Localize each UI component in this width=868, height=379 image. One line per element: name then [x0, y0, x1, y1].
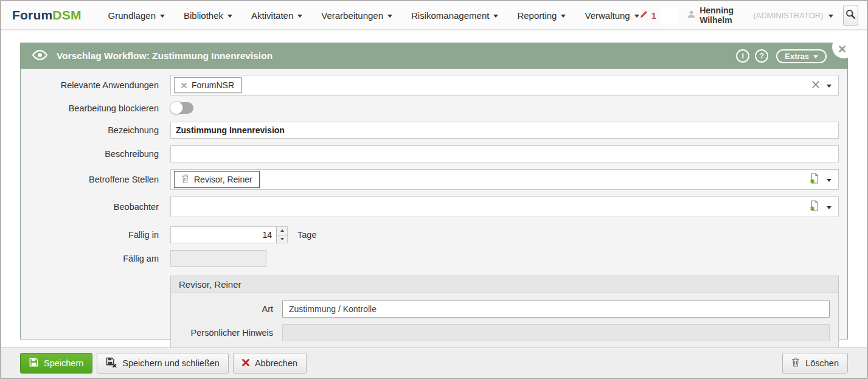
chevron-down-icon[interactable] [827, 179, 832, 182]
bezeichnung-field [170, 122, 839, 139]
field-label: Fällig am [21, 254, 170, 263]
nav-item-bibliothek[interactable]: Bibliothek [184, 10, 232, 21]
bearbeitung-blockieren-toggle[interactable] [170, 102, 193, 114]
nav-item-risikomanagement[interactable]: Risikomanagement [411, 10, 498, 21]
nav-item-label: Grundlagen [108, 10, 156, 21]
user-icon [687, 10, 695, 21]
beobachter-multiselect[interactable] [170, 196, 839, 217]
nav-item-aktivitaeten[interactable]: Aktivitäten [251, 10, 302, 21]
logo-forum: Forum [12, 8, 52, 22]
user-role: (ADMINISTRATOR) [753, 11, 823, 20]
field-label: Bearbeitung blockieren [21, 103, 170, 113]
nav-item-label: Verwaltung [585, 10, 630, 21]
edit-count-badge[interactable]: 1 [651, 10, 656, 21]
field-label: Bezeichnung [21, 125, 170, 135]
faellig-in-input[interactable] [170, 226, 288, 243]
toggle-field [170, 102, 193, 114]
eye-icon [32, 50, 48, 63]
save-close-icon [106, 357, 117, 369]
faellig-in-field [170, 226, 288, 243]
number-spinner [276, 227, 287, 243]
relevante-anwendungen-multiselect[interactable]: ForumNSR [170, 75, 839, 96]
cancel-button[interactable]: Abbrechen [233, 353, 307, 374]
field-label: Beobachter [21, 202, 170, 212]
panel-header: Vorschlag Workflow: Zustimmung Innenrevi… [21, 43, 847, 69]
save-button[interactable]: Speichern [20, 353, 92, 374]
row-faellig-in: Fällig in Tage [21, 226, 839, 243]
workflow-panel: Vorschlag Workflow: Zustimmung Innenrevi… [20, 43, 848, 339]
section-title: Revisor, Reiner [171, 276, 838, 293]
tag-remove-icon[interactable] [181, 80, 187, 90]
page-title: Vorschlag Workflow: Zustimmung Innenrevi… [57, 50, 273, 61]
help-button[interactable]: ? [755, 49, 768, 63]
field-label: Fällig in [21, 230, 170, 240]
bezeichnung-input[interactable] [170, 122, 839, 139]
close-button[interactable] [832, 35, 855, 58]
spinner-up-button[interactable] [277, 227, 287, 235]
faellig-am-input [170, 250, 266, 267]
pencil-icon[interactable] [639, 10, 648, 21]
chevron-down-icon [813, 55, 818, 58]
toggle-knob [170, 101, 183, 114]
extras-button[interactable]: Extras [776, 49, 827, 63]
delete-button[interactable]: Löschen [782, 353, 848, 374]
add-item-icon[interactable] [810, 200, 819, 214]
primary-actions: Speichern Speichern und schließen Abbrec… [20, 353, 307, 374]
tag-label: Revisor, Reiner [194, 175, 252, 184]
row-art: Art Zustimmung / Kontrolle [171, 301, 830, 318]
cancel-x-icon [242, 358, 249, 368]
beschreibung-field [170, 145, 839, 162]
user-name[interactable]: Henning Wilhelm [700, 5, 750, 25]
info-button[interactable]: i [736, 49, 749, 63]
revisor-section: Revisor, Reiner Art Zustimmung / Kontrol… [170, 276, 839, 347]
trash-icon[interactable] [181, 174, 189, 185]
save-close-button[interactable]: Speichern und schließen [97, 353, 229, 374]
clear-selection-icon[interactable] [812, 80, 819, 91]
search-button[interactable] [843, 5, 859, 26]
spinner-down-button[interactable] [277, 235, 287, 243]
nav-item-grundlagen[interactable]: Grundlagen [108, 10, 165, 21]
nav-item-label: Verarbeitungen [321, 10, 383, 21]
select-controls [810, 170, 832, 189]
action-bar: Speichern Speichern und schließen Abbrec… [1, 347, 867, 378]
field-label: Betroffene Stellen [21, 175, 170, 184]
chevron-down-icon [227, 15, 232, 18]
workflow-form: Relevante Anwendungen ForumNSR [21, 69, 847, 347]
arrow-down-icon [280, 238, 284, 240]
chevron-down-icon [387, 15, 392, 18]
field-label: Relevante Anwendungen [21, 80, 170, 90]
extras-label: Extras [785, 52, 809, 61]
nav-item-label: Reporting [517, 10, 557, 21]
nav-item-verarbeitungen[interactable]: Verarbeitungen [321, 10, 392, 21]
search-icon [845, 9, 856, 21]
chevron-down-icon [634, 15, 639, 18]
add-item-icon[interactable] [810, 173, 819, 186]
main-content: Vorschlag Workflow: Zustimmung Innenrevi… [1, 30, 867, 347]
trash-icon [791, 357, 800, 369]
row-persoenlicher-hinweis: Persönlicher Hinweis [171, 324, 830, 341]
chevron-down-icon[interactable] [827, 206, 832, 209]
edit-count-box[interactable] [661, 7, 679, 24]
row-relevante-anwendungen: Relevante Anwendungen ForumNSR [21, 75, 839, 96]
panel-header-actions: i ? Extras [736, 49, 827, 63]
select-controls [810, 197, 832, 217]
beschreibung-input[interactable] [170, 145, 839, 162]
betroffene-stellen-multiselect[interactable]: Revisor, Reiner [170, 169, 839, 190]
field-label: Beschreibung [21, 149, 170, 159]
app-window: ForumDSM Grundlagen Bibliothek Aktivität… [0, 0, 868, 379]
chevron-down-icon[interactable] [827, 85, 832, 88]
nav-item-verwaltung[interactable]: Verwaltung [585, 10, 639, 21]
cancel-label: Abbrechen [255, 358, 297, 368]
row-bearbeitung-blockieren: Bearbeitung blockieren [21, 102, 839, 114]
selected-tag-revisor[interactable]: Revisor, Reiner [174, 171, 260, 188]
app-logo[interactable]: ForumDSM [12, 8, 82, 23]
art-select[interactable]: Zustimmung / Kontrolle [282, 301, 830, 318]
selected-tag-forumnsr[interactable]: ForumNSR [174, 77, 241, 93]
chevron-down-icon [160, 15, 165, 18]
chevron-down-icon[interactable] [828, 15, 833, 18]
nav-item-reporting[interactable]: Reporting [517, 10, 566, 21]
save-label: Speichern [44, 358, 83, 368]
nav-item-label: Risikomanagement [411, 10, 489, 21]
hinweis-input [282, 324, 830, 341]
faellig-am-field [170, 250, 266, 267]
